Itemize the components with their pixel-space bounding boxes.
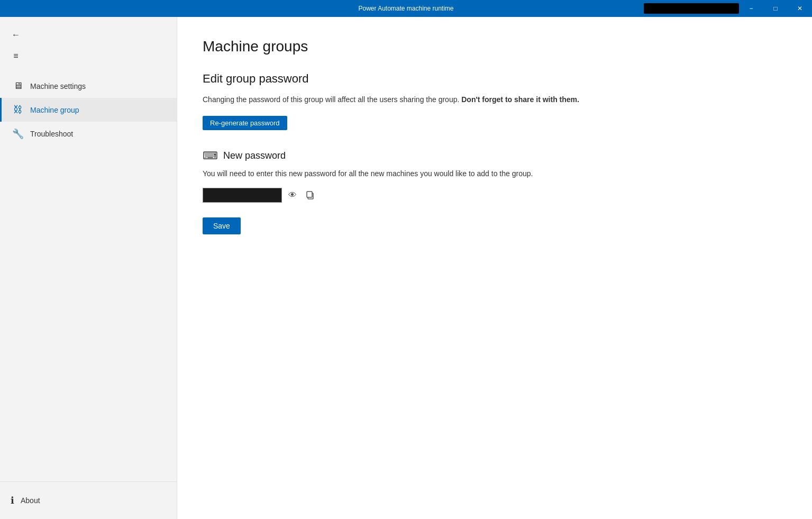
app-title: Power Automate machine runtime	[358, 5, 453, 12]
sidebar-item-troubleshoot[interactable]: 🔧 Troubleshoot	[0, 122, 177, 146]
new-password-section: ⌨ New password You will need to enter th…	[203, 149, 787, 203]
regen-password-button[interactable]: Re-generate password	[203, 116, 287, 130]
show-password-button[interactable]: 👁	[286, 188, 299, 202]
sidebar: ← ≡ 🖥 Machine settings ⛓ Machine group 🔧…	[0, 17, 177, 519]
password-value-display	[203, 188, 282, 203]
new-password-title: New password	[223, 150, 286, 161]
back-button[interactable]: ←	[6, 25, 25, 44]
redacted-area	[644, 3, 739, 14]
edit-description: Changing the password of this group will…	[203, 94, 787, 105]
sidebar-item-label-troubleshoot: Troubleshoot	[30, 130, 73, 138]
sidebar-item-label-machine-settings: Machine settings	[30, 82, 86, 90]
about-label: About	[21, 496, 40, 505]
copy-icon	[305, 190, 315, 200]
save-button[interactable]: Save	[203, 217, 241, 234]
password-dots-icon: ⌨	[203, 149, 218, 162]
menu-button[interactable]: ≡	[6, 47, 25, 66]
sidebar-item-machine-settings[interactable]: 🖥 Machine settings	[0, 74, 177, 98]
edit-section-title: Edit group password	[203, 72, 787, 86]
about-item[interactable]: ℹ About	[11, 490, 166, 511]
window-controls: − □ ✕	[739, 0, 812, 17]
password-field-row: 👁	[203, 188, 787, 203]
copy-password-button[interactable]	[303, 188, 317, 202]
sidebar-item-machine-group[interactable]: ⛓ Machine group	[0, 98, 177, 122]
maximize-button[interactable]: □	[763, 0, 788, 17]
sidebar-item-label-machine-group: Machine group	[30, 106, 79, 114]
machine-group-icon: ⛓	[12, 104, 24, 115]
svg-rect-1	[307, 192, 312, 197]
troubleshoot-icon: 🔧	[12, 128, 24, 140]
sidebar-bottom: ℹ About	[0, 481, 177, 519]
about-icon: ℹ	[11, 495, 14, 506]
minimize-button[interactable]: −	[739, 0, 763, 17]
title-bar: Power Automate machine runtime − □ ✕	[0, 0, 812, 17]
new-password-header: ⌨ New password	[203, 149, 787, 162]
app-container: ← ≡ 🖥 Machine settings ⛓ Machine group 🔧…	[0, 17, 812, 519]
sidebar-nav: 🖥 Machine settings ⛓ Machine group 🔧 Tro…	[0, 70, 177, 481]
edit-description-bold: Don't forget to share it with them.	[461, 95, 579, 104]
sidebar-top: ← ≡	[0, 17, 177, 70]
close-button[interactable]: ✕	[788, 0, 812, 17]
edit-description-text: Changing the password of this group will…	[203, 95, 459, 104]
main-content: Machine groups Edit group password Chang…	[177, 17, 812, 519]
password-description: You will need to enter this new password…	[203, 168, 787, 179]
machine-settings-icon: 🖥	[12, 80, 24, 92]
page-title: Machine groups	[203, 38, 787, 55]
